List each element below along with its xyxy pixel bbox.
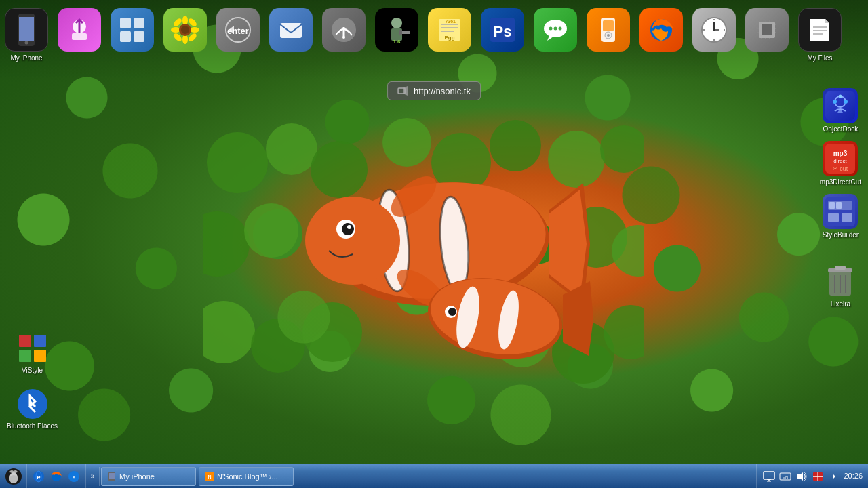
svg-rect-44 [120, 18, 131, 28]
svg-point-49 [182, 35, 188, 44]
svg-rect-138 [19, 335, 31, 347]
right-sidebar: ObjectDock mp3 direct ✂ cut mp3DirectCut [820, 88, 861, 313]
quick-launch-firefox[interactable] [49, 469, 64, 484]
svg-rect-40 [19, 17, 34, 41]
svg-rect-61 [280, 23, 302, 38]
svg-rect-131 [836, 202, 842, 209]
sidebar-label-lixeira: Lixeira [831, 300, 850, 308]
svg-marker-115 [403, 86, 408, 96]
svg-rect-139 [34, 335, 46, 347]
svg-point-63 [342, 36, 345, 39]
sidebar-item-stylebuilder[interactable]: StyleBuilder [823, 194, 859, 239]
svg-text:direct: direct [834, 158, 848, 164]
quick-launch-bar: e e [27, 464, 86, 489]
svg-rect-47 [134, 31, 144, 42]
svg-point-81 [559, 27, 562, 30]
quick-launch-ie[interactable]: e [31, 469, 46, 484]
svg-rect-130 [829, 202, 835, 209]
svg-rect-141 [34, 350, 46, 362]
svg-point-64 [391, 18, 402, 28]
svg-text:-7361: -7361 [443, 19, 456, 24]
dock-item-enter[interactable]: enter [212, 5, 264, 57]
taskbar-clock[interactable]: 20:26 [844, 471, 863, 481]
svg-rect-45 [134, 18, 144, 28]
dock-item-ipod[interactable] [582, 5, 635, 57]
sidebar-label-objectdock: ObjectDock [823, 125, 859, 133]
taskbar-more-button[interactable]: » [86, 467, 100, 486]
sidebar-item-lixeira[interactable]: Lixeira [824, 260, 856, 308]
svg-marker-110 [825, 19, 829, 23]
desktop-label-bluetooth: Bluetooth Places [7, 422, 58, 430]
svg-rect-129 [842, 213, 852, 222]
tray-keyboard-icon[interactable]: EN [778, 470, 792, 483]
sidebar-item-objectdock[interactable]: ObjectDock [823, 88, 858, 133]
dock-item-clock[interactable] [688, 5, 741, 57]
svg-point-80 [554, 27, 557, 30]
url-text: http://nsonic.tk [414, 86, 471, 96]
svg-point-57 [181, 26, 189, 34]
svg-point-50 [171, 27, 180, 33]
svg-rect-43 [72, 33, 87, 40]
svg-point-51 [190, 27, 199, 33]
svg-text:Ps: Ps [494, 23, 512, 40]
svg-point-119 [844, 100, 848, 104]
dock-item-cydia[interactable] [53, 5, 106, 57]
dock-item-sunflower[interactable] [159, 5, 212, 57]
svg-rect-67 [399, 30, 402, 35]
dock-item-cs16[interactable]: 1.6 [370, 5, 423, 57]
dock-item-photoshop[interactable]: Ps [476, 5, 529, 57]
taskbar-window-nsonic[interactable]: N N'Sonic Blog™ ›... [199, 467, 294, 486]
svg-rect-140 [19, 350, 31, 362]
sidebar-item-mp3directcut[interactable]: mp3 direct ✂ cut mp3DirectCut [820, 141, 861, 186]
svg-text:✂ cut: ✂ cut [833, 165, 848, 172]
svg-text:mp3: mp3 [833, 150, 848, 157]
dock-item-firefox[interactable] [635, 5, 688, 57]
dock-label-my-files: My Files [807, 54, 832, 62]
svg-point-120 [839, 95, 842, 98]
taskbar-window-label-iphone: My iPhone [119, 472, 155, 481]
svg-text:Egg: Egg [444, 35, 454, 41]
dock-item-mail[interactable] [264, 5, 317, 57]
url-tooltip: http://nsonic.tk [387, 81, 481, 100]
taskbar-start-button[interactable] [0, 464, 27, 489]
svg-rect-96 [762, 24, 772, 35]
desktop-label-vistyle: ViStyle [22, 367, 43, 374]
dock-item-my-files[interactable]: My Files [793, 5, 846, 65]
top-dock: My iPhone [0, 0, 868, 81]
tray-network-icon[interactable] [811, 470, 825, 483]
svg-point-146 [9, 475, 18, 483]
tray-monitor-icon[interactable] [762, 470, 776, 483]
dock-item-cpu[interactable] [741, 5, 793, 57]
dock-label-my-iphone: My iPhone [10, 54, 42, 62]
tray-hide-icon[interactable] [827, 470, 841, 483]
dock-item-messages[interactable] [529, 5, 582, 57]
taskbar-window-my-iphone[interactable]: My iPhone [101, 467, 196, 486]
tray-speaker-icon[interactable] [795, 470, 808, 483]
svg-point-48 [182, 16, 188, 25]
desktop-item-vistyle[interactable]: ViStyle [16, 332, 49, 374]
dock-item-grid[interactable] [106, 5, 159, 57]
left-desktop: ViStyle Bluetooth Places [7, 332, 58, 435]
svg-rect-46 [120, 31, 131, 42]
svg-point-90 [713, 28, 715, 31]
taskbar: e e » My iPhone [0, 464, 868, 488]
svg-text:e: e [37, 474, 40, 481]
dock-item-my-iphone[interactable]: My iPhone [0, 5, 53, 65]
dock-item-stickies[interactable]: Egg -7361 [423, 5, 476, 57]
quick-launch-ie2[interactable]: e [66, 469, 81, 484]
taskbar-window-label-nsonic: N'Sonic Blog™ ›... [217, 472, 278, 481]
dock-item-airport[interactable] [317, 5, 370, 57]
svg-text:1.6: 1.6 [393, 39, 401, 45]
svg-rect-154 [109, 473, 115, 479]
svg-marker-163 [797, 472, 803, 481]
system-tray: EN 20:26 [756, 464, 868, 489]
svg-text:e: e [73, 474, 76, 481]
svg-point-41 [25, 41, 28, 45]
link-icon [397, 85, 408, 96]
svg-rect-128 [828, 213, 839, 222]
svg-point-118 [833, 100, 837, 104]
desktop-item-bluetooth[interactable]: Bluetooth Places [7, 388, 58, 430]
svg-rect-83 [603, 20, 614, 31]
sidebar-label-mp3directcut: mp3DirectCut [820, 178, 861, 186]
svg-point-79 [549, 27, 553, 30]
